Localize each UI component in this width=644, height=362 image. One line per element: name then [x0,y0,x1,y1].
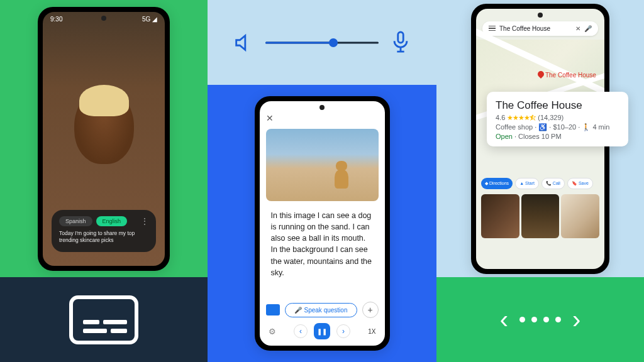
more-icon[interactable]: ⋮ [141,217,148,226]
speaker-icon [233,32,254,53]
place-category: Coffee shop [496,123,533,131]
speak-question-button[interactable]: 🎤Speak question [285,303,357,317]
maps-phone: The Coffee House ✕ 🎤 The Coffee House ◆ … [471,4,609,274]
add-button[interactable]: + [362,302,379,318]
rating-value: 4.6 [496,114,505,121]
review-count: (14,329) [538,114,564,121]
page-dots [519,317,561,322]
star-icons: ★★★★⯪ [507,114,536,122]
settings-icon[interactable]: ⚙ [269,327,276,336]
chevron-right-icon[interactable]: › [572,305,580,334]
signal: 5G ◢ [142,16,157,23]
maps-search-bar[interactable]: The Coffee House ✕ 🎤 [482,21,598,36]
place-info-card: The Coffee House 4.6 ★★★★⯪ (14,329) Coff… [487,92,628,146]
zoom-level[interactable]: 1X [368,328,375,335]
close-icon[interactable]: ✕ [266,113,274,123]
place-title: The Coffee House [496,99,619,112]
prev-button[interactable]: ‹ [294,324,308,338]
open-status: Open [496,133,513,140]
page-dot[interactable] [543,317,549,322]
map-pin[interactable]: The Coffee House [538,71,596,79]
page-dot[interactable] [519,317,525,322]
photo-thumbnail[interactable] [521,194,560,238]
svg-rect-0 [398,32,404,43]
chevron-left-icon[interactable]: ‹ [500,305,508,334]
directions-button[interactable]: ◆ Directions [481,178,513,189]
search-input[interactable]: The Coffee House [499,25,572,32]
page-dot[interactable] [555,317,561,322]
menu-icon[interactable] [489,26,496,31]
microphone-icon [390,30,411,55]
caption-overlay: Spanish English ⋮ Today I'm going to sha… [52,210,156,251]
lookout-phone: ✕ In this image I can see a dog is runni… [255,96,390,351]
next-button[interactable]: › [336,324,350,338]
place-meta: ♿ · $10–20 · 🚶 4 min [538,123,609,131]
image-description: In this image I can see a dog is running… [260,201,385,298]
call-button[interactable]: 📞 Call [541,178,565,189]
clock: 9:30 [50,16,62,23]
keyboard-icon[interactable] [266,304,280,315]
page-dot[interactable] [531,317,537,322]
place-photos [476,192,604,243]
photo-thumbnail[interactable] [561,194,599,238]
voice-search-icon[interactable]: 🎤 [584,25,592,32]
pagination-control: ‹ › [500,305,581,334]
photo-thumbnail[interactable] [481,194,519,238]
lang-from-chip[interactable]: Spanish [59,216,92,226]
close-time: · Closes 10 PM [513,133,562,140]
caption-text: Today I'm going to share my top trending… [59,230,148,244]
pause-button[interactable]: ❚❚ [314,323,330,339]
captions-icon [69,295,138,344]
start-button[interactable]: ▲ Start [515,178,539,189]
save-button[interactable]: 🔖 Save [567,178,593,189]
beach-photo [266,129,379,201]
clear-icon[interactable]: ✕ [575,25,580,32]
lang-to-chip[interactable]: English [96,216,128,226]
live-caption-phone: 9:30 5G ◢ Spanish English ⋮ [38,7,170,271]
volume-slider[interactable] [265,36,379,49]
